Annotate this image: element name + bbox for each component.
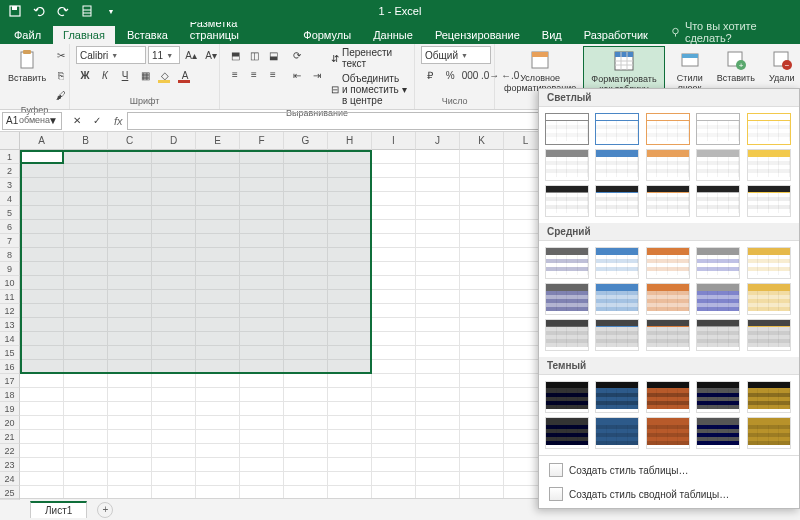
insert-cells[interactable]: + Вставить [715,46,757,86]
add-sheet-button[interactable]: + [97,502,113,518]
cell[interactable] [64,388,108,402]
cell[interactable] [152,290,196,304]
cell[interactable] [328,234,372,248]
column-header[interactable]: D [152,132,196,150]
cell[interactable] [108,262,152,276]
table-style-thumb[interactable] [646,417,690,449]
cell[interactable] [460,416,504,430]
cell[interactable] [196,360,240,374]
cell[interactable] [20,388,64,402]
cell[interactable] [240,262,284,276]
cell[interactable] [64,318,108,332]
table-style-thumb[interactable] [696,149,740,181]
cell[interactable] [196,262,240,276]
cell[interactable] [196,290,240,304]
cell[interactable] [372,262,416,276]
column-header[interactable]: F [240,132,284,150]
align-right[interactable]: ≡ [264,65,282,83]
cell[interactable] [460,276,504,290]
cell[interactable] [196,234,240,248]
row-header[interactable]: 4 [0,192,20,206]
table-style-thumb[interactable] [646,283,690,315]
cell[interactable] [20,444,64,458]
table-style-thumb[interactable] [545,185,589,217]
cell[interactable] [240,318,284,332]
cell[interactable] [460,192,504,206]
table-style-thumb[interactable] [747,283,791,315]
align-left[interactable]: ≡ [226,65,244,83]
cell[interactable] [240,192,284,206]
cell[interactable] [328,192,372,206]
cell[interactable] [20,192,64,206]
cell[interactable] [372,444,416,458]
cell[interactable] [108,416,152,430]
cell[interactable] [64,276,108,290]
cell[interactable] [460,444,504,458]
indent-dec[interactable]: ⇤ [288,66,306,84]
cell[interactable] [284,430,328,444]
cell[interactable] [372,458,416,472]
cell[interactable] [416,262,460,276]
cell[interactable] [152,304,196,318]
cell[interactable] [152,206,196,220]
copy-button[interactable]: ⎘ [52,66,70,84]
row-header[interactable]: 10 [0,276,20,290]
cell[interactable] [240,444,284,458]
cell[interactable] [416,192,460,206]
grow-font[interactable]: A▴ [182,46,200,64]
select-all-corner[interactable] [0,132,20,150]
table-style-thumb[interactable] [595,283,639,315]
cell[interactable] [372,402,416,416]
cell[interactable] [20,318,64,332]
orientation[interactable]: ⟳ [288,46,306,64]
cell[interactable] [372,388,416,402]
tab-главная[interactable]: Главная [53,26,115,44]
number-format-combo[interactable]: Общий▼ [421,46,491,64]
cell[interactable] [328,458,372,472]
table-style-thumb[interactable] [747,417,791,449]
cell[interactable] [460,402,504,416]
cell[interactable] [372,346,416,360]
cell[interactable] [196,276,240,290]
cell[interactable] [240,346,284,360]
cell[interactable] [108,290,152,304]
cell[interactable] [196,430,240,444]
new-pivot-style[interactable]: Создать стиль сводной таблицы… [539,482,799,506]
cell[interactable] [416,304,460,318]
cell[interactable] [64,360,108,374]
fill-color[interactable]: ◇ [156,66,174,84]
table-style-thumb[interactable] [646,319,690,351]
table-style-thumb[interactable] [646,185,690,217]
cell[interactable] [152,402,196,416]
cell[interactable] [64,332,108,346]
cell[interactable] [328,248,372,262]
cell[interactable] [240,220,284,234]
cell[interactable] [108,178,152,192]
table-style-thumb[interactable] [696,417,740,449]
table-style-thumb[interactable] [595,149,639,181]
cell[interactable] [152,192,196,206]
cell[interactable] [196,304,240,318]
cell[interactable] [460,346,504,360]
cell[interactable] [64,178,108,192]
row-header[interactable]: 12 [0,304,20,318]
cell[interactable] [328,164,372,178]
cell[interactable] [372,430,416,444]
cell[interactable] [108,192,152,206]
cell[interactable] [460,304,504,318]
cell[interactable] [328,402,372,416]
cell[interactable] [372,164,416,178]
cell[interactable] [460,374,504,388]
table-style-thumb[interactable] [595,113,639,145]
cell[interactable] [328,332,372,346]
cell[interactable] [20,374,64,388]
cell[interactable] [64,220,108,234]
cell[interactable] [64,444,108,458]
cell[interactable] [20,346,64,360]
table-style-thumb[interactable] [696,381,740,413]
cell[interactable] [64,192,108,206]
row-header[interactable]: 7 [0,234,20,248]
cell[interactable] [196,150,240,164]
cell[interactable] [152,486,196,498]
cell[interactable] [416,472,460,486]
